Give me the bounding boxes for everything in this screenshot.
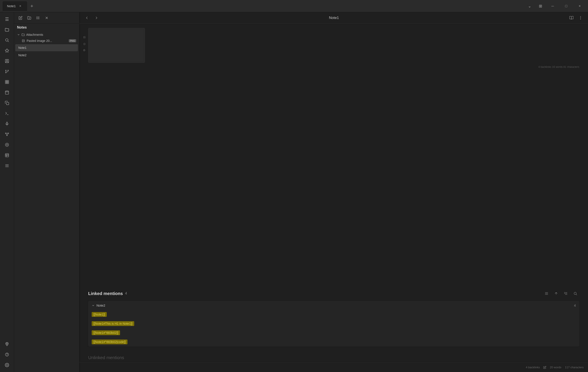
status-edit-icon — [543, 366, 546, 369]
mic-icon[interactable] — [2, 119, 12, 129]
toggle-sidebar-icon[interactable]: ☰ — [2, 14, 12, 24]
maximize-button[interactable]: □ — [560, 2, 572, 10]
svg-rect-12 — [7, 82, 9, 84]
svg-rect-29 — [5, 154, 9, 157]
copy-icon[interactable] — [2, 98, 12, 108]
svg-line-26 — [6, 134, 7, 135]
calendar-icon[interactable] — [2, 88, 12, 97]
list-icon[interactable] — [2, 161, 12, 171]
lm-list-icon[interactable] — [543, 290, 550, 297]
file-pasted-image[interactable]: Pasted image 20... PNG — [14, 38, 79, 44]
close-panel-button[interactable] — [43, 14, 50, 21]
svg-line-25 — [7, 134, 8, 135]
chevron-down-icon[interactable]: ⌄ — [525, 2, 534, 10]
svg-line-60 — [576, 294, 577, 295]
status-backlinks: 4 backlinks — [526, 366, 540, 369]
workflow-icon[interactable] — [2, 130, 12, 139]
profile-icon[interactable] — [2, 56, 12, 66]
linked-mentions-tools — [543, 290, 579, 297]
image-action-1[interactable]: ⊟ — [82, 34, 87, 40]
editor-title: Note1 — [102, 16, 566, 20]
svg-marker-2 — [5, 49, 9, 52]
svg-point-23 — [7, 135, 7, 136]
map-icon[interactable] — [2, 339, 12, 349]
svg-point-38 — [7, 356, 7, 356]
layout-toggle-icon[interactable]: ⊞ — [536, 2, 545, 10]
mention-item-1[interactable]: [[Note1#This is H1 in Note1]] — [88, 319, 579, 328]
file-tree: Attachments Pasted image 20... PNG Note1… — [14, 31, 79, 372]
note2-label: Note2 — [18, 53, 26, 57]
sidebar-item-note2[interactable]: Note2 — [15, 52, 78, 59]
folder-attachments-label: Attachments — [26, 33, 43, 36]
back-button[interactable] — [83, 14, 91, 22]
image-action-2[interactable]: ◎ — [82, 41, 87, 46]
svg-point-27 — [5, 143, 9, 147]
tab-note1[interactable]: Note1 × — [3, 1, 27, 11]
forward-button[interactable] — [93, 14, 100, 22]
icon-sidebar-bottom — [2, 339, 12, 372]
more-options-button[interactable] — [577, 14, 585, 22]
terminal-icon[interactable] — [2, 109, 12, 118]
linked-mentions-header: Linked mentions 4 — [88, 290, 579, 297]
close-button[interactable]: × — [574, 2, 585, 10]
svg-point-59 — [574, 292, 577, 295]
image-placeholder — [88, 28, 145, 63]
search-icon[interactable] — [2, 35, 12, 45]
svg-point-28 — [6, 144, 7, 145]
svg-point-22 — [8, 133, 9, 133]
folder-icon[interactable] — [2, 25, 12, 34]
sort-button[interactable] — [34, 14, 42, 21]
file-panel-title: Notes — [14, 24, 79, 31]
svg-point-4 — [6, 60, 7, 61]
note-group-header[interactable]: Note2 4 — [88, 301, 579, 310]
app-body: ☰ — [0, 12, 588, 372]
minimize-button[interactable]: ─ — [547, 2, 558, 10]
svg-point-51 — [580, 19, 581, 20]
help-icon[interactable] — [2, 350, 12, 359]
mention-link-0[interactable]: [[Note1]] — [92, 312, 107, 317]
svg-point-5 — [5, 70, 6, 71]
book-icon[interactable] — [567, 14, 575, 22]
mention-item-3[interactable]: [[Note1#^883b02|code]] — [88, 337, 579, 346]
editor-toolbar: Note1 — [79, 12, 588, 24]
note-group-name: Note2 — [96, 303, 105, 307]
mention-item-2[interactable]: [[Note1#^883b02]] — [88, 328, 579, 337]
new-note-button[interactable] — [17, 14, 24, 21]
folder-attachments[interactable]: Attachments — [14, 32, 79, 38]
svg-point-48 — [23, 40, 23, 40]
settings-icon[interactable] — [2, 360, 12, 370]
grid-icon[interactable] — [2, 77, 12, 87]
editor-content[interactable]: ⊟ ◎ ⚙ 4 backlinks 16 words 81 characters — [79, 24, 588, 290]
table-icon[interactable] — [2, 151, 12, 160]
svg-point-50 — [580, 18, 581, 18]
mention-link-3[interactable]: [[Note1#^883b02|code]] — [92, 340, 127, 344]
star-icon[interactable] — [2, 46, 12, 55]
unlinked-mentions-section: Unlinked mentions — [79, 353, 588, 362]
note-group-count: 4 — [574, 303, 576, 307]
image-action-3[interactable]: ⚙ — [82, 48, 87, 53]
git-icon[interactable] — [2, 67, 12, 76]
sidebar-item-note1[interactable]: Note1 — [15, 44, 78, 51]
backlinks-value: 4 backlinks — [526, 366, 540, 369]
mention-item-0[interactable]: [[Note1]] — [88, 310, 579, 319]
image-side-icons: ⊟ ◎ ⚙ — [82, 34, 87, 53]
mention-link-2[interactable]: [[Note1#^883b02]] — [92, 330, 120, 335]
svg-rect-11 — [5, 82, 7, 84]
tab-note1-label: Note1 — [7, 4, 16, 8]
mention-link-1[interactable]: [[Note1#This is H1 in Note1]] — [92, 321, 134, 326]
lm-sort-desc-icon[interactable] — [562, 290, 570, 297]
tab-add-button[interactable]: + — [28, 2, 36, 10]
svg-rect-10 — [7, 80, 9, 82]
title-bar: Note1 × + ⌄ ⊞ ─ □ × — [0, 0, 588, 12]
gamepad-icon[interactable] — [2, 140, 12, 150]
new-folder-button[interactable] — [26, 14, 33, 21]
svg-point-7 — [8, 70, 8, 71]
tab-close-button[interactable]: × — [18, 4, 23, 9]
file-panel-toolbar — [14, 12, 79, 24]
status-words: 20 words — [550, 366, 561, 369]
status-characters: 117 characters — [565, 366, 584, 369]
lm-search-icon[interactable] — [571, 290, 579, 297]
lm-sort-asc-icon[interactable] — [552, 290, 560, 297]
svg-rect-19 — [6, 122, 7, 124]
note-group-note2: Note2 4 [[Note1]] [[Note1#This is H1 in … — [88, 301, 579, 346]
